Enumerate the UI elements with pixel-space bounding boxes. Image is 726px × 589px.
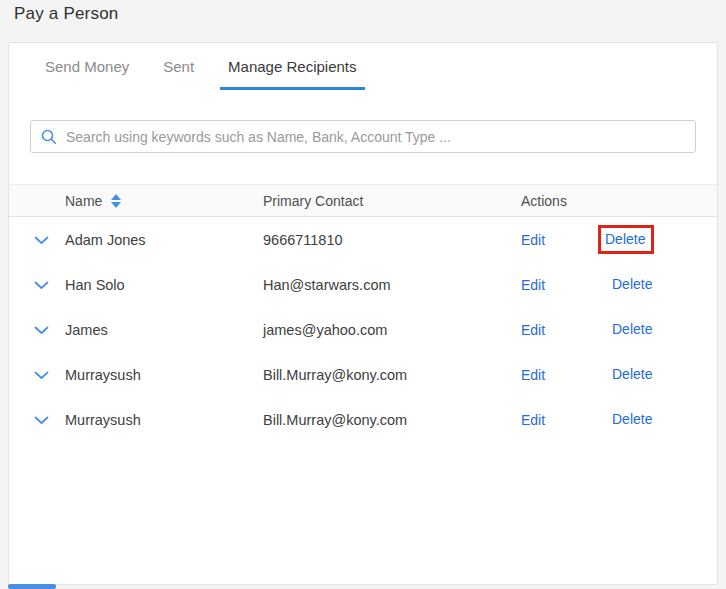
search-icon xyxy=(41,129,57,145)
recipient-name: James xyxy=(65,322,263,338)
recipient-name: Han Solo xyxy=(65,277,263,293)
tab-sent[interactable]: Sent xyxy=(155,43,202,90)
table-body: Adam Jones 9666711810 Edit Delete Han So… xyxy=(9,217,717,442)
edit-link[interactable]: Edit xyxy=(521,232,545,248)
search-bar xyxy=(30,120,696,153)
pay-a-person-page: Pay a Person Send Money Sent Manage Reci… xyxy=(0,0,726,589)
delete-link-highlight-box: Delete xyxy=(605,270,664,299)
recipient-primary-contact: Han@starwars.com xyxy=(263,277,511,293)
header-name: Name xyxy=(65,193,263,209)
table-row: Adam Jones 9666711810 Edit Delete xyxy=(9,217,717,262)
recipient-primary-contact: Bill.Murray@kony.com xyxy=(263,367,511,383)
page-title: Pay a Person xyxy=(14,4,118,24)
recipient-primary-contact: 9666711810 xyxy=(263,232,511,248)
delete-link[interactable]: Delete xyxy=(612,366,652,382)
recipient-primary-contact: Bill.Murray@kony.com xyxy=(263,412,511,428)
header-name-label[interactable]: Name xyxy=(65,193,102,209)
recipient-name: Murraysush xyxy=(65,412,263,428)
tab-bar: Send Money Sent Manage Recipients xyxy=(9,43,717,90)
header-primary-contact: Primary Contact xyxy=(263,193,511,209)
delete-link-highlight-box: Delete xyxy=(605,315,664,344)
edit-link[interactable]: Edit xyxy=(521,412,545,428)
content-card: Send Money Sent Manage Recipients Name xyxy=(8,42,718,585)
recipients-table: Name Primary Contact Actions Adam Jones … xyxy=(9,184,717,442)
table-row: Murraysush Bill.Murray@kony.com Edit Del… xyxy=(9,352,717,397)
edit-link[interactable]: Edit xyxy=(521,322,545,338)
chevron-down-icon[interactable] xyxy=(34,236,49,245)
edit-link[interactable]: Edit xyxy=(521,277,545,293)
sort-icon[interactable] xyxy=(111,194,121,208)
tab-send-money[interactable]: Send Money xyxy=(37,43,137,90)
delete-link[interactable]: Delete xyxy=(612,276,652,292)
edit-link[interactable]: Edit xyxy=(521,367,545,383)
horizontal-scrollbar-thumb[interactable] xyxy=(8,584,56,589)
recipient-name: Adam Jones xyxy=(65,232,263,248)
search-input[interactable] xyxy=(66,129,685,145)
delete-link[interactable]: Delete xyxy=(612,321,652,337)
delete-link-highlight-box: Delete xyxy=(598,225,654,254)
chevron-down-icon[interactable] xyxy=(34,371,49,380)
delete-link[interactable]: Delete xyxy=(612,411,652,427)
chevron-down-icon[interactable] xyxy=(34,281,49,290)
delete-link[interactable]: Delete xyxy=(605,231,645,247)
recipient-primary-contact: james@yahoo.com xyxy=(263,322,511,338)
table-header-row: Name Primary Contact Actions xyxy=(9,184,717,217)
table-row: Han Solo Han@starwars.com Edit Delete xyxy=(9,262,717,307)
chevron-down-icon[interactable] xyxy=(34,326,49,335)
table-row: James james@yahoo.com Edit Delete xyxy=(9,307,717,352)
delete-link-highlight-box: Delete xyxy=(605,360,664,389)
header-actions: Actions xyxy=(511,193,597,209)
recipient-name: Murraysush xyxy=(65,367,263,383)
delete-link-highlight-box: Delete xyxy=(605,405,664,434)
chevron-down-icon[interactable] xyxy=(34,416,49,425)
table-row: Murraysush Bill.Murray@kony.com Edit Del… xyxy=(9,397,717,442)
tab-manage-recipients[interactable]: Manage Recipients xyxy=(220,43,364,90)
